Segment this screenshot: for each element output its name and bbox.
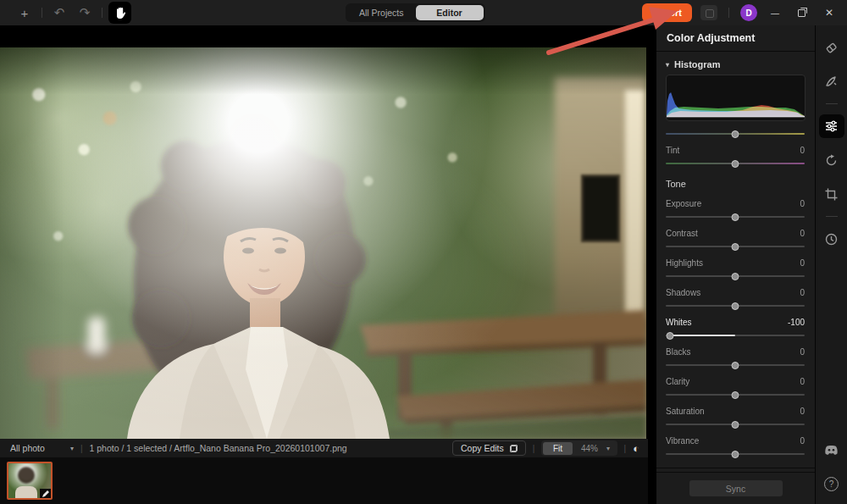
contrast-value: 0 [800, 229, 805, 238]
refresh-icon[interactable] [819, 148, 844, 172]
eraser-icon[interactable] [819, 36, 844, 59]
slider-row-saturation: Saturation 0 [666, 405, 805, 429]
whites-value: -100 [788, 318, 805, 327]
exposure-slider[interactable] [666, 211, 805, 222]
slider-row-clarity: Clarity 0 [666, 375, 805, 400]
photo-filter-dropdown[interactable]: All photo ▾ [10, 443, 74, 453]
contrast-slider-handle[interactable] [732, 243, 739, 251]
blacks-label: Blacks [666, 347, 690, 357]
chevron-down-icon[interactable]: ▾ [606, 445, 616, 452]
clarity-label: Clarity [666, 377, 689, 386]
vibrance-slider[interactable] [666, 448, 805, 459]
help-icon[interactable]: ? [819, 472, 844, 496]
photo-canvas[interactable] [0, 47, 646, 440]
tint-slider-handle[interactable] [732, 160, 739, 168]
sync-bar: Sync [656, 472, 815, 504]
toolbar-divider [728, 8, 729, 18]
adjustments-icon[interactable] [819, 114, 844, 138]
toolbar-divider [42, 8, 42, 18]
selection-status-text: 1 photo / 1 selected / Artflo_Nano Banan… [90, 443, 347, 453]
undo-icon[interactable]: ↶ [48, 3, 70, 23]
slider-row-temp [666, 128, 805, 139]
tint-value: 0 [800, 146, 805, 155]
clarity-value: 0 [800, 377, 805, 386]
panel-title: Color Adjustment [656, 25, 815, 52]
photo-vignette [0, 47, 646, 440]
vibrance-value: 0 [800, 436, 805, 446]
shadows-value: 0 [800, 288, 805, 297]
copy-icon [510, 445, 518, 452]
photo-filter-label: All photo [10, 443, 45, 453]
filmstrip [0, 457, 648, 504]
vibrance-slider-handle[interactable] [732, 451, 739, 458]
before-after-icon[interactable]: ◐ [633, 442, 639, 455]
whites-label: Whites [666, 318, 692, 327]
temp-slider[interactable] [666, 128, 805, 139]
close-button[interactable]: ✕ [820, 7, 839, 19]
slider-row-shadows: Shadows 0 [666, 286, 805, 311]
slider-row-vibrance: Vibrance 0 [666, 435, 805, 459]
clarity-slider[interactable] [666, 389, 805, 400]
copy-edits-button[interactable]: Copy Edits [452, 440, 526, 456]
export-button[interactable]: Export [642, 3, 692, 22]
slider-row-contrast: Contrast 0 [666, 227, 805, 252]
notifications-icon[interactable] [700, 5, 717, 20]
saturation-slider[interactable] [666, 418, 805, 429]
contrast-label: Contrast [666, 229, 698, 238]
photo-thumbnail-selected[interactable] [7, 462, 53, 500]
editor-canvas[interactable] [0, 25, 648, 440]
contrast-slider[interactable] [666, 241, 805, 252]
highlights-slider[interactable] [666, 270, 805, 281]
user-avatar[interactable]: D [740, 4, 757, 21]
redo-icon[interactable]: ↷ [74, 3, 96, 23]
maximize-button[interactable] [793, 7, 811, 19]
history-icon[interactable] [819, 227, 844, 251]
blacks-slider-handle[interactable] [732, 362, 739, 369]
shadows-slider[interactable] [666, 300, 805, 311]
tint-slider[interactable] [666, 158, 805, 169]
histogram-section-header[interactable]: ▾ Histogram [666, 59, 805, 69]
restore-icon [798, 8, 806, 16]
crop-icon[interactable] [819, 182, 844, 206]
blacks-slider[interactable] [666, 359, 805, 370]
statusbar-divider: | [533, 444, 535, 453]
tint-label: Tint [666, 146, 679, 155]
whites-slider[interactable] [666, 330, 805, 341]
shadows-slider-handle[interactable] [732, 302, 739, 310]
zoom-control: Fit 44% ▾ [541, 440, 617, 456]
blacks-value: 0 [800, 347, 805, 357]
clarity-slider-handle[interactable] [732, 391, 739, 399]
top-toolbar: + ↶ ↷ All Projects Editor Export D — ✕ [0, 0, 847, 25]
add-button[interactable]: + [14, 3, 36, 23]
toolbar-divider [102, 8, 102, 18]
slider-row-blacks: Blacks 0 [666, 346, 805, 370]
zoom-level-value[interactable]: 44% [573, 442, 606, 455]
hand-tool-icon[interactable] [108, 2, 131, 24]
vibrance-label: Vibrance [666, 436, 699, 446]
exposure-slider-handle[interactable] [732, 213, 739, 221]
tool-rail-divider [826, 216, 838, 217]
minimize-button[interactable]: — [766, 8, 784, 18]
saturation-value: 0 [800, 407, 805, 416]
whites-slider-handle[interactable] [667, 332, 674, 340]
exposure-value: 0 [800, 199, 805, 208]
saturation-label: Saturation [666, 407, 705, 416]
slider-row-highlights: Highlights 0 [666, 257, 805, 281]
discord-icon[interactable] [819, 438, 844, 462]
highlights-slider-handle[interactable] [732, 273, 739, 280]
ai-brush-icon[interactable] [819, 69, 844, 93]
zoom-fit-button[interactable]: Fit [543, 442, 573, 455]
temp-slider-handle[interactable] [732, 130, 739, 138]
color-adjustment-panel: Color Adjustment ▾ Histogram [656, 25, 815, 504]
tab-editor[interactable]: Editor [416, 5, 484, 20]
bottom-status-bar: All photo ▾ | 1 photo / 1 selected / Art… [0, 439, 648, 457]
shadows-label: Shadows [666, 288, 700, 297]
thumbnail-subject-jacket [15, 486, 37, 498]
tab-all-projects[interactable]: All Projects [347, 5, 416, 20]
copy-edits-label: Copy Edits [461, 443, 504, 453]
saturation-slider-handle[interactable] [732, 421, 739, 429]
help-glyph: ? [829, 479, 834, 489]
sync-button[interactable]: Sync [689, 480, 783, 496]
exposure-label: Exposure [666, 199, 701, 208]
tone-section-header: Tone [666, 179, 805, 192]
